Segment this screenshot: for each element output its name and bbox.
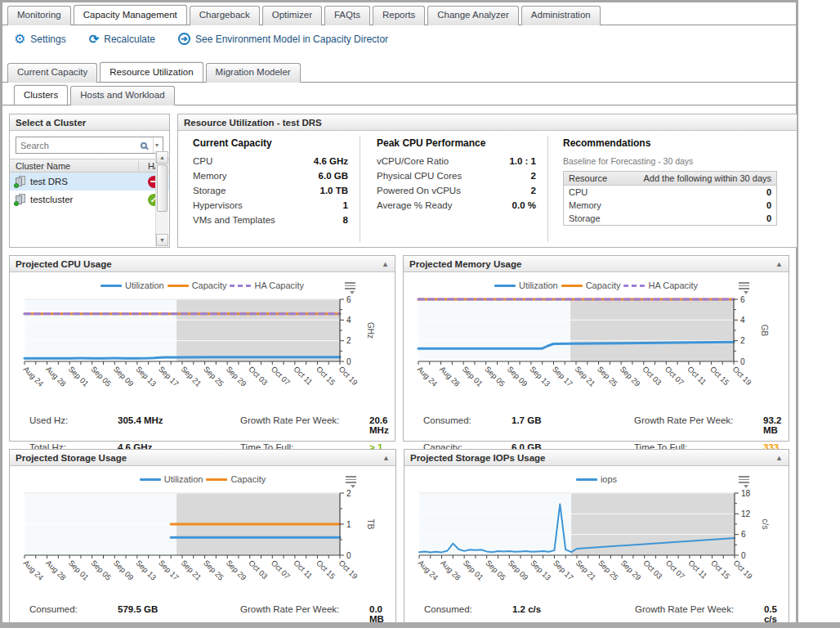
tab-hosts-and-workload[interactable]: Hosts and Workload [70, 86, 174, 105]
cluster-table-header: Cluster Name HA [10, 159, 169, 173]
legend-label: Capacity [586, 280, 621, 290]
scroll-up-button[interactable]: ▲ [156, 151, 168, 164]
recommendations-table: Resource Add the following within 30 day… [563, 171, 777, 226]
legend-item: Capacity [168, 280, 227, 290]
settings-button[interactable]: ⚙ Settings [14, 34, 66, 45]
svg-text:Sep 09: Sep 09 [112, 365, 136, 388]
svg-text:Oct 07: Oct 07 [270, 558, 293, 581]
legend-swatch [206, 478, 227, 481]
select-cluster-title: Select a Cluster [16, 118, 86, 128]
collapse-icon[interactable]: ▲ [382, 260, 389, 268]
collapse-icon[interactable]: ▲ [775, 260, 783, 268]
chart-title: Projected Storage IOPs Usage [410, 453, 546, 463]
chart-title: Projected Memory Usage [409, 259, 521, 269]
app-window: Monitoring Capacity Management Chargebac… [0, 0, 798, 622]
stat-label: Consumed: [423, 415, 512, 435]
collapse-icon[interactable]: ▲ [775, 454, 783, 462]
tab-clusters[interactable]: Clusters [14, 85, 68, 105]
scroll-down-button[interactable]: ▼ [156, 234, 168, 246]
svg-text:Sep 09: Sep 09 [112, 558, 136, 582]
svg-text:Sep 17: Sep 17 [552, 558, 575, 582]
svg-text:2: 2 [346, 336, 351, 345]
svg-text:Sep 01: Sep 01 [461, 365, 485, 388]
svg-text:Sep 29: Sep 29 [619, 365, 642, 388]
projected-storage-iops-usage-panel: Projected Storage IOPs Usage▲ iops 06121… [404, 449, 789, 627]
peak-cpu-section: Peak CPU Performance vCPU/Core Ratio1.0 … [360, 136, 547, 242]
chart-row-2: Projected Storage Usage▲ UtilizationCapa… [9, 449, 789, 627]
stat-label: Consumed: [29, 604, 118, 624]
tab-migration-modeler[interactable]: Migration Modeler [206, 63, 301, 83]
legend-item: HA Capacity [230, 280, 304, 290]
svg-text:c/s: c/s [761, 519, 770, 530]
search-icon [141, 142, 147, 149]
svg-text:Sep 21: Sep 21 [574, 365, 597, 388]
legend-label: Capacity [192, 280, 227, 290]
tab-administration[interactable]: Administration [521, 6, 601, 25]
tab-chargeback[interactable]: Chargeback [190, 6, 260, 25]
tab-resource-utilization[interactable]: Resource Utilization [100, 62, 203, 82]
scrollbar-thumb[interactable] [157, 164, 168, 212]
cluster-icon [14, 194, 26, 206]
chart-row-1: Projected CPU Usage▲ UtilizationCapacity… [9, 255, 789, 442]
svg-text:Oct 15: Oct 15 [315, 558, 337, 581]
svg-text:TB: TB [366, 519, 375, 530]
legend-item: Utilization [140, 474, 203, 484]
cluster-list-scrollbar[interactable]: ▲ ▼ [155, 151, 168, 246]
tab-capacity-management[interactable]: Capacity Management [74, 5, 187, 25]
bottom-border-bar [0, 622, 840, 628]
resource-utilization-title: Resource Utilization - test DRS [184, 118, 322, 128]
chart-legend: UtilizationCapacity [10, 473, 395, 485]
svg-text:Sep 25: Sep 25 [202, 365, 226, 388]
svg-text:6: 6 [741, 530, 746, 539]
tab-faqts[interactable]: FAQts [324, 6, 370, 25]
svg-text:Sep 25: Sep 25 [202, 558, 226, 582]
search-input[interactable] [16, 141, 141, 150]
collapse-icon[interactable]: ▲ [382, 454, 390, 462]
stat-value: 579.5 GB [118, 604, 240, 624]
tab-current-capacity[interactable]: Current Capacity [7, 63, 97, 83]
chart-legend: UtilizationCapacityHA Capacity [404, 280, 789, 291]
svg-text:0: 0 [740, 357, 745, 366]
baseline-note: Baseline for Forecasting - 30 days [563, 156, 777, 166]
legend-item: Capacity [206, 474, 266, 484]
cluster-row-test-drs[interactable]: test DRS [10, 173, 169, 191]
svg-text:4: 4 [740, 316, 745, 325]
chart-options-icon[interactable] [739, 282, 749, 294]
column-cluster-name: Cluster Name [10, 161, 138, 171]
tab-change-analyzer[interactable]: Change Analyzer [427, 6, 519, 25]
svg-text:Oct 11: Oct 11 [686, 558, 708, 581]
tab-reports[interactable]: Reports [373, 6, 425, 25]
svg-text:Sep 09: Sep 09 [507, 558, 530, 582]
stat-value: 20.6 MHz [369, 415, 395, 435]
chart-canvas: 012TBAug 24Aug 28Sep 01Sep 05Sep 09Sep 1… [13, 487, 394, 601]
cluster-icon [14, 176, 26, 188]
legend-swatch [230, 285, 251, 287]
svg-text:Sep 17: Sep 17 [157, 365, 181, 388]
current-capacity-heading: Current Capacity [193, 137, 348, 149]
svg-text:0: 0 [346, 357, 351, 366]
svg-text:Oct 15: Oct 15 [709, 558, 732, 581]
current-capacity-section: Current Capacity CPU4.6 GHz Memory6.0 GB… [186, 136, 360, 242]
legend-swatch [623, 285, 645, 287]
settings-label: Settings [30, 34, 65, 45]
tab-monitoring[interactable]: Monitoring [7, 6, 71, 25]
legend-swatch [561, 285, 583, 287]
cluster-row-testcluster[interactable]: testcluster [10, 191, 169, 209]
stat-value: 93.2 MB [763, 415, 789, 435]
chart-options-icon[interactable] [345, 282, 355, 294]
cluster-name-label: testcluster [30, 195, 73, 204]
svg-text:Sep 05: Sep 05 [484, 558, 507, 582]
chart-options-icon[interactable] [739, 476, 749, 488]
svg-text:Sep 05: Sep 05 [483, 365, 507, 388]
recalculate-button[interactable]: ⟳ Recalculate [89, 34, 155, 45]
select-cluster-panel: Select a Cluster ▾ Cluster Name HA [9, 114, 170, 248]
svg-text:Oct 19: Oct 19 [731, 365, 754, 388]
rec-col-resource: Resource [569, 173, 607, 183]
environment-model-link[interactable]: ➔ See Environment Model in Capacity Dire… [178, 33, 388, 45]
svg-text:Oct 03: Oct 03 [247, 365, 270, 388]
tab-optimizer[interactable]: Optimizer [262, 6, 322, 25]
svg-text:Sep 13: Sep 13 [528, 365, 552, 388]
chart-options-icon[interactable] [346, 476, 356, 488]
svg-text:Sep 01: Sep 01 [67, 365, 91, 388]
svg-text:0: 0 [346, 551, 351, 560]
